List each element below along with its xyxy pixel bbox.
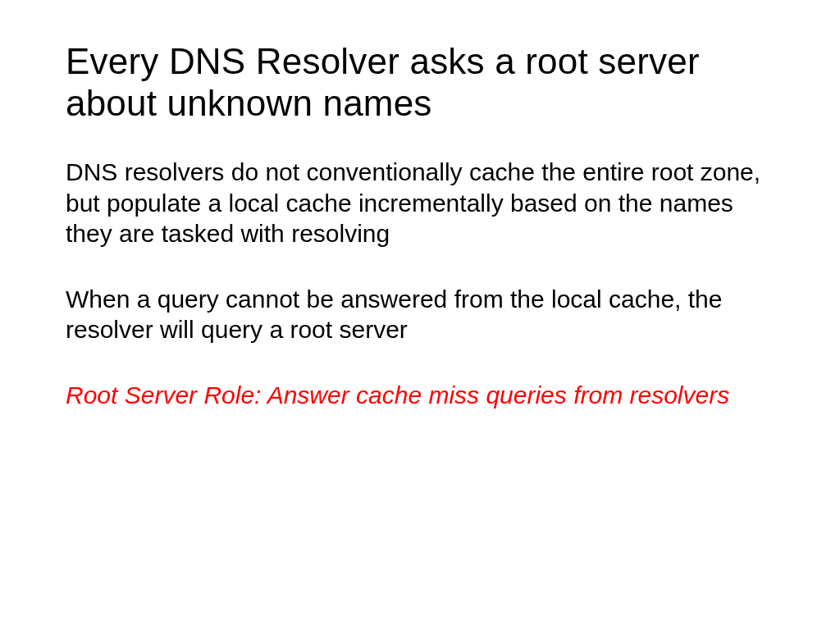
paragraph-2: When a query cannot be answered from the… (66, 284, 774, 345)
slide-title: Every DNS Resolver asks a root server ab… (66, 41, 774, 124)
highlight-text: Root Server Role: Answer cache miss quer… (66, 380, 774, 411)
paragraph-1: DNS resolvers do not conventionally cach… (66, 157, 774, 249)
